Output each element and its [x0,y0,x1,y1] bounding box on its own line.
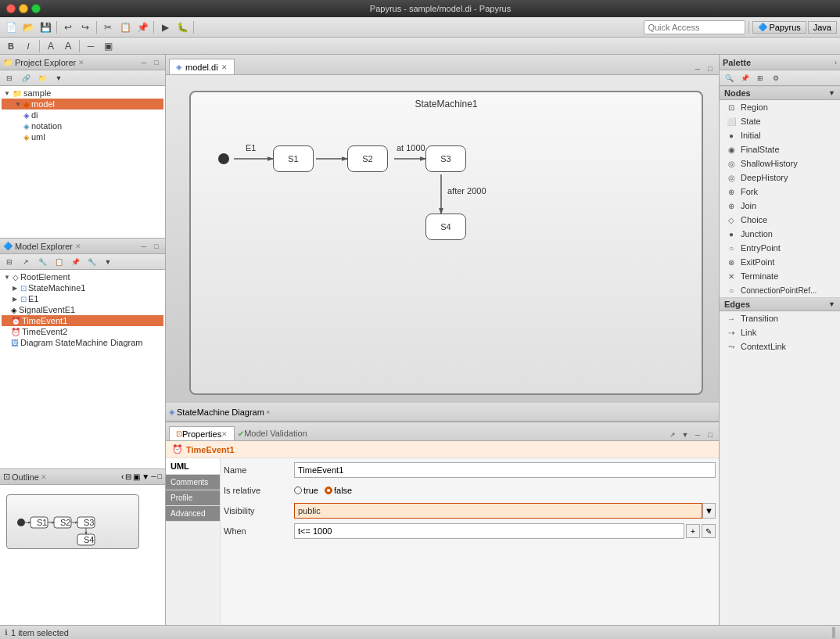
tree-item-model[interactable]: ▼ ◆ model [2,99,163,109]
tree-item-e1[interactable]: ▶ ⊡ E1 [2,293,163,304]
outline-thumbnail-icon[interactable]: ▣ [133,472,140,481]
run-icon[interactable]: ▶ [157,20,173,35]
filter-icon[interactable]: ▼ [51,70,66,86]
palette-shallowhistory[interactable]: ◎ ShallowHistory [720,156,840,171]
advanced-section-tab[interactable]: Advanced [166,506,220,522]
palette-state[interactable]: ⬜ State [720,114,840,128]
minimize-button[interactable] [19,4,28,13]
prop-icon1[interactable]: ↗ [667,429,678,440]
window-controls[interactable] [6,4,41,13]
fill-color-icon[interactable]: ▣ [100,38,116,54]
editor-minimize-icon[interactable]: ─ [692,63,703,74]
when-add-button[interactable]: + [686,524,700,538]
tree-item-diagram[interactable]: 🖼 Diagram StateMachine Diagram [2,337,163,348]
tree-item-di[interactable]: ◈ di [2,109,163,120]
tree-item-uml[interactable]: ◈ uml [2,131,163,142]
palette-connectionpointref[interactable]: ○ ConnectionPointRef... [720,283,840,297]
nodes-section-header[interactable]: Nodes ▼ [720,86,840,100]
tree-item-signalevent[interactable]: ◈ SignalEventE1 [2,304,163,315]
sm-tab-close[interactable]: × [266,408,270,416]
visibility-dropdown-button[interactable]: ▼ [702,503,716,519]
prop-maximize-icon[interactable]: □ [705,429,716,440]
project-explorer-icons[interactable]: ─ □ [138,57,162,68]
link-editor-icon[interactable]: 🔗 [18,70,34,86]
palette-join[interactable]: ⊕ Join [720,199,840,213]
state-s1[interactable]: S1 [273,145,314,172]
font-size-icon[interactable]: A [43,38,59,54]
maximize-button[interactable] [31,4,41,13]
paste-icon[interactable]: 📌 [135,20,150,35]
model-di-tab[interactable]: ◈ model.di ✕ [169,59,235,74]
state-s2[interactable]: S2 [347,145,388,172]
model-minimize-icon[interactable]: ─ [138,241,149,252]
profile-section-tab[interactable]: Profile [166,490,220,506]
line-color-icon[interactable]: ─ [83,38,99,54]
minimize-panel-icon[interactable]: ─ [138,57,149,68]
bold-icon[interactable]: B [3,38,19,54]
save-icon[interactable]: 💾 [38,20,53,35]
model-validation-tab[interactable]: ✔ Model Validation [235,426,311,440]
close-button[interactable] [6,4,16,13]
maximize-panel-icon[interactable]: □ [151,57,162,68]
quick-access-input[interactable] [644,20,745,34]
tree-item-sample[interactable]: ▼ 📁 sample [2,88,163,99]
me-icon6[interactable]: 🔧 [84,254,99,270]
palette-grid-icon[interactable]: ⊞ [752,70,768,86]
visibility-input[interactable] [294,503,702,519]
outline-minimize-icon[interactable]: ─ [151,472,156,481]
comments-section-tab[interactable]: Comments [166,475,220,490]
java-perspective-button[interactable]: Java [808,21,837,34]
italic-icon[interactable]: I [20,38,36,54]
redo-icon[interactable]: ↪ [77,20,93,35]
nodes-collapse-icon[interactable]: ▼ [828,89,835,97]
true-radio-dot[interactable] [294,486,302,494]
palette-junction[interactable]: ● Junction [720,227,840,241]
outline-back-icon[interactable]: ‹ [121,472,124,481]
model-maximize-icon[interactable]: □ [151,241,162,252]
sm-tab[interactable]: ◈ StateMachine Diagram × [169,407,270,417]
collapse-all-icon[interactable]: ⊟ [2,70,17,86]
prop-panel-icons[interactable]: ↗ ▼ ─ □ [667,429,716,440]
tree-item-notation[interactable]: ◈ notation [2,120,163,131]
status-resize-handle[interactable] [832,627,835,638]
new-folder-icon[interactable]: 📁 [34,70,50,86]
palette-pin-icon[interactable]: 📌 [737,70,752,86]
model-di-tab-close[interactable]: ✕ [221,63,228,71]
palette-choice[interactable]: ◇ Choice [720,213,840,227]
is-relative-false-option[interactable]: false [325,486,352,495]
debug-icon[interactable]: 🐛 [174,20,190,35]
tree-item-timeevent2[interactable]: ⏰ TimeEvent2 [2,326,163,337]
false-radio-dot[interactable] [325,486,332,494]
edges-collapse-icon[interactable]: ▼ [828,300,835,308]
palette-initial[interactable]: ● Initial [720,128,840,142]
tree-item-rootelement[interactable]: ▼ ◇ RootElement [2,271,163,282]
copy-icon[interactable]: 📋 [117,20,133,35]
palette-contextlink[interactable]: ⤳ ContextLink [720,339,840,354]
me-icon5[interactable]: 📌 [67,254,83,270]
me-icon2[interactable]: ↗ [18,254,34,270]
uml-section-tab[interactable]: UML [166,458,220,475]
palette-search-icon[interactable]: 🔍 [721,70,737,86]
model-explorer-icons[interactable]: ─ □ [138,241,162,252]
palette-settings-icon[interactable]: ⚙ [768,70,784,86]
state-s3[interactable]: S3 [425,145,466,172]
palette-fork[interactable]: ⊕ Fork [720,185,840,199]
outline-controls[interactable]: ‹ ⊟ ▣ ▼ ─ □ [121,472,162,481]
new-icon[interactable]: 📄 [3,20,19,35]
palette-terminate[interactable]: ✕ Terminate [720,269,840,283]
palette-transition[interactable]: → Transition [720,311,840,325]
edges-section-header[interactable]: Edges ▼ [720,297,840,311]
editor-maximize-icon[interactable]: □ [705,63,716,74]
me-icon1[interactable]: ⊟ [2,254,17,270]
when-input[interactable] [294,523,684,539]
properties-tab[interactable]: ⊡ Properties ✕ [169,426,235,440]
palette-link[interactable]: ⇢ Link [720,325,840,339]
me-dropdown-icon[interactable]: ▼ [100,254,116,270]
me-icon3[interactable]: 🔧 [34,254,50,270]
when-edit-button[interactable]: ✎ [702,524,716,538]
editor-tab-controls[interactable]: ─ □ [692,63,716,74]
font-color-icon[interactable]: A [60,38,76,54]
outline-options-icon[interactable]: ▼ [142,472,149,481]
tree-item-timeevent1[interactable]: ⏰ TimeEvent1 [2,315,163,326]
open-icon[interactable]: 📂 [20,20,36,35]
